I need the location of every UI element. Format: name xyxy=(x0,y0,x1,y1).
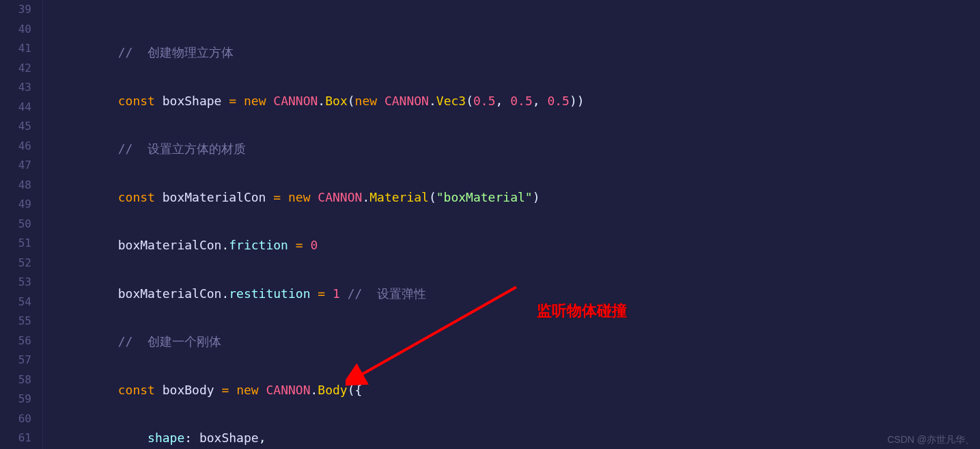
operator-eq: = xyxy=(273,190,281,204)
code-line[interactable]: boxMaterialCon.restitution = 1 // 设置弹性 xyxy=(59,284,980,304)
number: 0.5 xyxy=(510,94,533,108)
line-number: 61 xyxy=(0,428,31,448)
line-number: 52 xyxy=(0,254,31,273)
dot: . xyxy=(318,94,325,108)
line-number-gutter: 39 40 41 42 43 44 45 46 47 48 49 50 51 5… xyxy=(0,0,41,449)
code-line[interactable]: const boxBody = new CANNON.Body({ xyxy=(59,381,980,400)
line-number: 46 xyxy=(0,137,31,157)
rparen: ) xyxy=(570,94,577,108)
line-number: 51 xyxy=(0,234,31,254)
string: "boxMaterial" xyxy=(436,190,533,204)
gutter-divider xyxy=(41,0,59,449)
lparen: ( xyxy=(429,190,436,204)
code-area[interactable]: // 创建物理立方体 const boxShape = new CANNON.B… xyxy=(59,0,980,449)
lparen: ( xyxy=(348,94,355,108)
line-number: 60 xyxy=(0,409,31,429)
colon: : xyxy=(184,431,192,445)
property: restitution xyxy=(229,286,310,301)
line-number: 40 xyxy=(0,20,31,40)
operator-eq: = xyxy=(229,94,236,108)
line-number: 42 xyxy=(0,59,31,79)
identifier: boxBody xyxy=(163,383,214,397)
keyword-const: const xyxy=(118,383,155,397)
type-cannon: CANNON xyxy=(384,94,429,108)
comma: , xyxy=(496,94,503,108)
number: 1 xyxy=(333,286,340,301)
watermark: CSDN @亦世凡华、 xyxy=(887,434,975,446)
operator-eq: = xyxy=(318,286,325,301)
func-box: Box xyxy=(325,94,348,108)
identifier: boxMaterialCon xyxy=(118,238,222,252)
line-number: 58 xyxy=(0,370,31,390)
line-number: 53 xyxy=(0,273,31,292)
type-cannon: CANNON xyxy=(273,94,318,108)
func-vec3: Vec3 xyxy=(436,94,466,108)
keyword-const: const xyxy=(118,190,155,204)
comment: // 创建一个刚体 xyxy=(118,334,221,349)
line-number: 49 xyxy=(0,195,31,215)
line-number: 54 xyxy=(0,292,31,312)
comma: , xyxy=(259,431,266,445)
identifier: boxShape xyxy=(163,94,222,108)
annotation-text: 监听物体碰撞 xyxy=(537,301,627,321)
func-body: Body xyxy=(318,383,347,397)
identifier: boxShape xyxy=(199,431,259,445)
code-line[interactable]: // 创建物理立方体 xyxy=(59,43,980,63)
comment: // 设置立方体的材质 xyxy=(118,141,246,156)
line-number: 41 xyxy=(0,39,31,59)
line-number: 39 xyxy=(0,0,31,20)
code-line[interactable]: // 创建一个刚体 xyxy=(59,332,980,352)
number: 0 xyxy=(311,238,318,252)
property: friction xyxy=(229,238,288,252)
keyword-new: new xyxy=(355,94,378,108)
keyword-const: const xyxy=(118,94,155,108)
line-number: 45 xyxy=(0,117,31,137)
line-number: 57 xyxy=(0,351,31,370)
func-material: Material xyxy=(369,190,429,204)
code-line[interactable]: boxMaterialCon.friction = 0 xyxy=(59,236,980,256)
dot: . xyxy=(429,94,436,108)
line-number: 50 xyxy=(0,215,31,234)
keyword-new: new xyxy=(288,190,311,204)
line-number: 44 xyxy=(0,98,31,118)
line-number: 48 xyxy=(0,176,31,195)
code-line[interactable]: shape: boxShape, xyxy=(59,428,980,448)
operator-eq: = xyxy=(221,383,229,397)
dot: . xyxy=(362,190,369,204)
comment: // 创建物理立方体 xyxy=(118,45,234,59)
rparen: ) xyxy=(533,190,540,204)
dot: . xyxy=(221,238,229,252)
lparen: ( xyxy=(348,383,355,397)
keyword-new: new xyxy=(236,383,259,397)
line-number: 55 xyxy=(0,312,31,331)
number: 0.5 xyxy=(547,94,570,108)
identifier: boxMaterialCon xyxy=(118,286,222,301)
comma: , xyxy=(533,94,540,108)
dot: . xyxy=(221,286,229,301)
property: shape xyxy=(148,431,184,445)
code-editor[interactable]: 39 40 41 42 43 44 45 46 47 48 49 50 51 5… xyxy=(0,0,980,449)
line-number: 59 xyxy=(0,390,31,409)
number: 0.5 xyxy=(473,94,496,108)
lparen: ( xyxy=(466,94,473,108)
line-number: 47 xyxy=(0,156,31,176)
rparen: ) xyxy=(577,94,585,108)
line-number: 56 xyxy=(0,331,31,351)
comment: // 设置弹性 xyxy=(348,286,426,301)
identifier: boxMaterialCon xyxy=(163,190,266,204)
type-cannon: CANNON xyxy=(318,190,362,204)
type-cannon: CANNON xyxy=(266,383,310,397)
keyword-new: new xyxy=(244,94,266,108)
lbrace: { xyxy=(355,383,363,397)
line-number: 43 xyxy=(0,78,31,98)
code-line[interactable]: const boxShape = new CANNON.Box(new CANN… xyxy=(59,92,980,111)
code-line[interactable]: const boxMaterialCon = new CANNON.Materi… xyxy=(59,188,980,208)
dot: . xyxy=(311,383,318,397)
operator-eq: = xyxy=(296,238,303,252)
code-line[interactable]: // 设置立方体的材质 xyxy=(59,139,980,159)
